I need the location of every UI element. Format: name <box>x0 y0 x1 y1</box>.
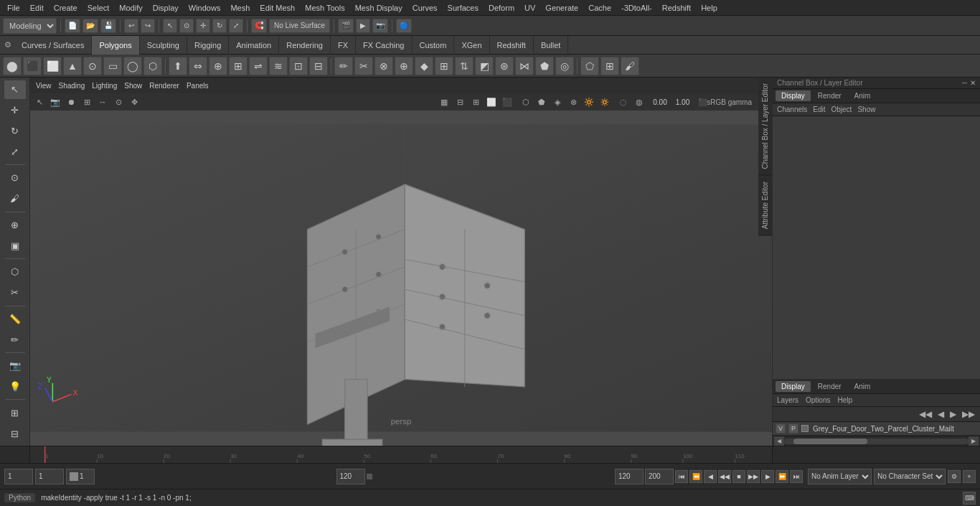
layer-menu-help[interactable]: Help <box>837 396 852 404</box>
layer-tab-anim[interactable]: Anim <box>849 381 877 392</box>
layer-arrow-right[interactable]: ▶▶ <box>960 408 977 420</box>
scale-tool[interactable]: ⤢ <box>4 142 26 161</box>
vp-wireframe[interactable]: ⬡ <box>518 95 534 109</box>
select-tool[interactable]: ↖ <box>4 80 26 99</box>
menu-generate[interactable]: Generate <box>541 2 583 14</box>
cb-tab-render[interactable]: Render <box>812 90 847 101</box>
render-btn[interactable]: 🎬 <box>338 19 354 33</box>
vp-smooth[interactable]: ⬟ <box>534 95 550 109</box>
layer-arrow-left[interactable]: ◀◀ <box>917 408 934 420</box>
vp-texture[interactable]: ⊗ <box>565 95 581 109</box>
plane-icon[interactable]: ▭ <box>103 57 122 75</box>
target-weld-icon[interactable]: ⊗ <box>374 57 393 75</box>
tab-bullet[interactable]: Bullet <box>534 36 569 55</box>
rotate-tool-button[interactable]: ↻ <box>212 19 227 33</box>
booleans-icon[interactable]: ⊕ <box>209 57 227 75</box>
tab-animation[interactable]: Animation <box>229 36 279 55</box>
vp-icon1[interactable]: ⊞ <box>79 95 95 109</box>
cb-menu-show[interactable]: Show <box>857 106 875 113</box>
show-render-btn[interactable]: 📷 <box>372 19 388 33</box>
menu-cache[interactable]: Cache <box>584 2 616 14</box>
tab-sculpting[interactable]: Sculpting <box>140 36 187 55</box>
menu-surfaces[interactable]: Surfaces <box>443 2 483 14</box>
tab-curves-surfaces[interactable]: Curves / Surfaces <box>14 36 92 55</box>
side-tab-channel-box[interactable]: Channel Box / Layer Editor <box>758 78 772 176</box>
menu-deform[interactable]: Deform <box>484 2 519 14</box>
anim-stop[interactable]: ■ <box>732 470 745 483</box>
smooth-icon[interactable]: ≋ <box>269 57 288 75</box>
scroll-left-arrow[interactable]: ◀ <box>774 436 784 446</box>
vp-menu-shading[interactable]: Shading <box>56 81 88 90</box>
marquee-tool[interactable]: ▣ <box>4 236 26 255</box>
vp-frame-all[interactable]: ⬜ <box>484 95 499 109</box>
vp-record-icon[interactable]: ⏺ <box>63 95 79 109</box>
light-tool[interactable]: 💡 <box>4 378 26 396</box>
anim-next-frame[interactable]: ⏩ <box>776 470 788 483</box>
move-tool[interactable]: ✛ <box>4 101 26 120</box>
menu-mesh[interactable]: Mesh <box>226 2 254 14</box>
cb-minimize-icon[interactable]: ─ <box>962 79 967 87</box>
sculpt-icon[interactable]: 🖌 <box>621 57 639 75</box>
retopo-icon[interactable]: ⊟ <box>309 57 328 75</box>
vp-menu-panels[interactable]: Panels <box>184 81 212 90</box>
anim-play-backward[interactable]: ◀◀ <box>718 470 731 483</box>
new-file-button[interactable]: 📄 <box>65 19 80 33</box>
anim-next[interactable]: ▶ <box>761 470 774 483</box>
anim-prev[interactable]: ◀ <box>704 470 717 483</box>
cylinder-icon[interactable]: ⬜ <box>43 57 62 75</box>
cone-icon[interactable]: ▲ <box>63 57 82 75</box>
vp-xray2[interactable]: ◍ <box>631 95 647 109</box>
tab-custom[interactable]: Custom <box>413 36 455 55</box>
select-tool-button[interactable]: ↖ <box>163 19 177 33</box>
vp-smooth2[interactable]: ◈ <box>550 95 565 109</box>
snap-tool[interactable]: ⊕ <box>4 216 26 235</box>
menu-curves[interactable]: Curves <box>408 2 442 14</box>
vp-camera-icon[interactable]: 📷 <box>47 95 63 109</box>
tab-fx[interactable]: FX <box>331 36 356 55</box>
char-set-extra2[interactable]: + <box>963 470 976 483</box>
anim-end-field[interactable]: 120 <box>615 469 644 484</box>
menu-modify[interactable]: Modify <box>115 2 146 14</box>
tab-rigging[interactable]: Rigging <box>187 36 229 55</box>
bridge-icon[interactable]: ⇔ <box>189 57 207 75</box>
anim-layer-selector[interactable]: No Anim Layer <box>808 469 872 484</box>
layer-tab-render[interactable]: Render <box>812 381 847 392</box>
circularize-icon[interactable]: ◎ <box>555 57 574 75</box>
tab-rendering[interactable]: Rendering <box>279 36 331 55</box>
redo-button[interactable]: ↪ <box>141 19 155 33</box>
cube-icon[interactable]: ⬛ <box>23 57 42 75</box>
side-tab-attribute-editor[interactable]: Attribute Editor <box>758 176 772 235</box>
measure-tool[interactable]: 📏 <box>4 309 26 328</box>
anim-prev-frame[interactable]: ⏪ <box>689 470 702 483</box>
tab-fx-caching[interactable]: FX Caching <box>356 36 412 55</box>
range-end-field2[interactable]: 200 <box>645 469 674 484</box>
move-tool-button[interactable]: ✛ <box>196 19 210 33</box>
vp-select-icon[interactable]: ↖ <box>32 95 47 109</box>
collapse-icon[interactable]: ◆ <box>415 57 433 75</box>
multi-cut-icon[interactable]: ✂ <box>354 57 373 75</box>
torus-icon[interactable]: ⊙ <box>83 57 102 75</box>
grid-tool[interactable]: ⊞ <box>4 403 26 422</box>
paint-tool[interactable]: 🖌 <box>4 189 26 208</box>
wedge-icon[interactable]: ⋈ <box>515 57 534 75</box>
vp-grid-4x4[interactable]: ⊞ <box>468 95 484 109</box>
extrude-icon[interactable]: ⬆ <box>169 57 187 75</box>
colorspace-selector[interactable]: ⬛ sRGB gamma <box>695 95 755 109</box>
menu-mesh-display[interactable]: Mesh Display <box>351 2 407 14</box>
vp-menu-view[interactable]: View <box>33 81 55 90</box>
bevel-icon[interactable]: ⬟ <box>535 57 554 75</box>
range-slider-thumb[interactable] <box>367 474 372 479</box>
layer-arrow-prev[interactable]: ◀ <box>936 408 946 420</box>
layer-menu-options[interactable]: Options <box>806 396 830 404</box>
layer-tab-display[interactable]: Display <box>776 381 811 392</box>
cb-menu-edit[interactable]: Edit <box>813 106 825 113</box>
live-surface-button[interactable]: No Live Surface <box>269 19 330 33</box>
tab-xgen[interactable]: XGen <box>454 36 489 55</box>
cb-menu-channels[interactable]: Channels <box>777 106 807 113</box>
menu-file[interactable]: File <box>3 2 24 14</box>
vp-xray[interactable]: ◌ <box>616 95 631 109</box>
vp-icon3[interactable]: ⊙ <box>110 95 126 109</box>
open-file-button[interactable]: 📂 <box>83 19 98 33</box>
scroll-right-arrow[interactable]: ▶ <box>969 436 979 446</box>
platonic-icon[interactable]: ⬡ <box>143 57 162 75</box>
